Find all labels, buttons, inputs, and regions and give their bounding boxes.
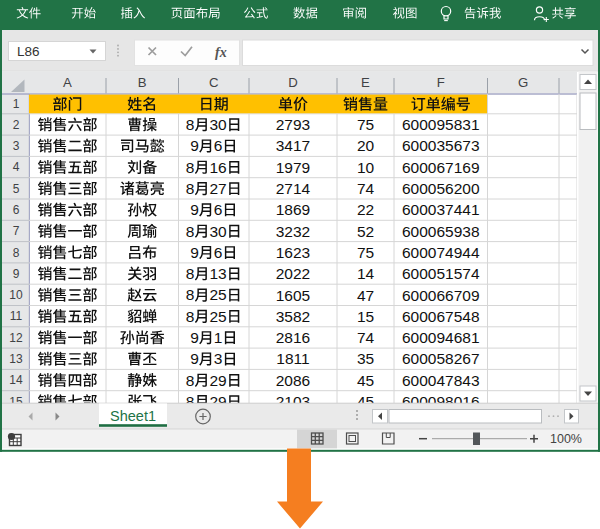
svg-text:E: E bbox=[361, 75, 370, 90]
svg-text:75: 75 bbox=[357, 244, 374, 261]
svg-text:3232: 3232 bbox=[276, 223, 310, 240]
svg-text:15: 15 bbox=[357, 308, 374, 325]
svg-text:3: 3 bbox=[13, 139, 20, 153]
svg-text:600095831: 600095831 bbox=[402, 116, 480, 133]
svg-text:C: C bbox=[209, 75, 219, 90]
svg-text:6: 6 bbox=[214, 137, 223, 154]
svg-text:25: 25 bbox=[209, 308, 226, 325]
svg-text:2816: 2816 bbox=[276, 329, 310, 346]
svg-text:A: A bbox=[63, 75, 72, 90]
svg-text:F: F bbox=[437, 75, 445, 90]
svg-text:9: 9 bbox=[190, 244, 199, 261]
svg-text:10: 10 bbox=[9, 288, 23, 302]
svg-text:2714: 2714 bbox=[276, 180, 311, 197]
svg-text:35: 35 bbox=[357, 350, 374, 367]
svg-text:1: 1 bbox=[13, 97, 20, 111]
svg-text:13: 13 bbox=[9, 352, 23, 366]
svg-text:600047843: 600047843 bbox=[402, 372, 480, 389]
svg-text:30: 30 bbox=[209, 223, 227, 240]
svg-text:12: 12 bbox=[9, 331, 23, 345]
svg-text:13: 13 bbox=[209, 265, 226, 282]
svg-text:600058267: 600058267 bbox=[402, 350, 480, 367]
svg-text:47: 47 bbox=[357, 287, 374, 304]
svg-text:1869: 1869 bbox=[276, 201, 310, 218]
svg-text:25: 25 bbox=[209, 286, 226, 303]
svg-text:3417: 3417 bbox=[276, 137, 310, 154]
svg-text:5: 5 bbox=[13, 182, 20, 196]
svg-text:8: 8 bbox=[186, 372, 195, 389]
svg-text:2022: 2022 bbox=[276, 265, 310, 282]
svg-text:G: G bbox=[518, 75, 528, 90]
svg-text:600074944: 600074944 bbox=[402, 244, 480, 261]
svg-text:600056200: 600056200 bbox=[402, 180, 480, 197]
svg-text:1979: 1979 bbox=[276, 159, 310, 176]
svg-text:3582: 3582 bbox=[276, 308, 310, 325]
svg-text:600066709: 600066709 bbox=[402, 287, 480, 304]
svg-text:10: 10 bbox=[357, 159, 375, 176]
svg-text:9: 9 bbox=[13, 267, 20, 281]
svg-text:4: 4 bbox=[13, 160, 20, 174]
svg-text:6: 6 bbox=[214, 201, 223, 218]
svg-text:3: 3 bbox=[214, 350, 223, 367]
svg-text:16: 16 bbox=[209, 159, 226, 176]
svg-text:45: 45 bbox=[357, 372, 374, 389]
svg-text:74: 74 bbox=[357, 180, 375, 197]
svg-text:22: 22 bbox=[357, 201, 374, 218]
svg-text:2793: 2793 bbox=[276, 116, 310, 133]
svg-text:9: 9 bbox=[190, 350, 199, 367]
svg-text:1623: 1623 bbox=[276, 244, 310, 261]
svg-text:2: 2 bbox=[13, 118, 20, 132]
svg-text:Sheet1: Sheet1 bbox=[110, 408, 156, 424]
svg-text:600051574: 600051574 bbox=[402, 265, 480, 282]
svg-text:600065938: 600065938 bbox=[402, 223, 480, 240]
svg-text:1605: 1605 bbox=[276, 287, 310, 304]
svg-text:8: 8 bbox=[186, 180, 195, 197]
svg-text:B: B bbox=[138, 75, 147, 90]
svg-text:8: 8 bbox=[186, 308, 195, 325]
svg-text:1: 1 bbox=[214, 329, 223, 346]
svg-text:27: 27 bbox=[209, 180, 226, 197]
svg-text:9: 9 bbox=[190, 329, 199, 346]
svg-text:9: 9 bbox=[190, 201, 199, 218]
svg-text:100%: 100% bbox=[550, 432, 582, 446]
svg-text:8: 8 bbox=[186, 116, 195, 133]
svg-text:600067169: 600067169 bbox=[402, 159, 480, 176]
svg-text:600035673: 600035673 bbox=[402, 137, 480, 154]
svg-text:14: 14 bbox=[9, 373, 23, 387]
svg-text:20: 20 bbox=[357, 137, 375, 154]
svg-text:8: 8 bbox=[186, 265, 195, 282]
svg-text:D: D bbox=[288, 75, 298, 90]
svg-text:30: 30 bbox=[209, 116, 227, 133]
svg-text:8: 8 bbox=[186, 159, 195, 176]
svg-text:11: 11 bbox=[10, 309, 23, 323]
svg-text:6: 6 bbox=[13, 203, 20, 217]
svg-text:600094681: 600094681 bbox=[402, 329, 480, 346]
svg-text:8: 8 bbox=[186, 286, 195, 303]
svg-text:8: 8 bbox=[13, 246, 20, 260]
svg-text:6: 6 bbox=[214, 244, 223, 261]
svg-text:29: 29 bbox=[209, 372, 226, 389]
svg-text:L86: L86 bbox=[17, 44, 40, 59]
svg-text:1811: 1811 bbox=[276, 350, 309, 367]
svg-text:52: 52 bbox=[357, 223, 374, 240]
svg-text:2086: 2086 bbox=[276, 372, 310, 389]
svg-text:9: 9 bbox=[190, 137, 199, 154]
svg-text:74: 74 bbox=[357, 329, 375, 346]
svg-text:7: 7 bbox=[13, 224, 20, 238]
svg-text:75: 75 bbox=[357, 116, 374, 133]
svg-text:fx: fx bbox=[215, 45, 227, 60]
svg-text:600067548: 600067548 bbox=[402, 308, 480, 325]
svg-text:600037441: 600037441 bbox=[402, 201, 480, 218]
svg-text:8: 8 bbox=[186, 223, 195, 240]
svg-text:14: 14 bbox=[357, 265, 375, 282]
